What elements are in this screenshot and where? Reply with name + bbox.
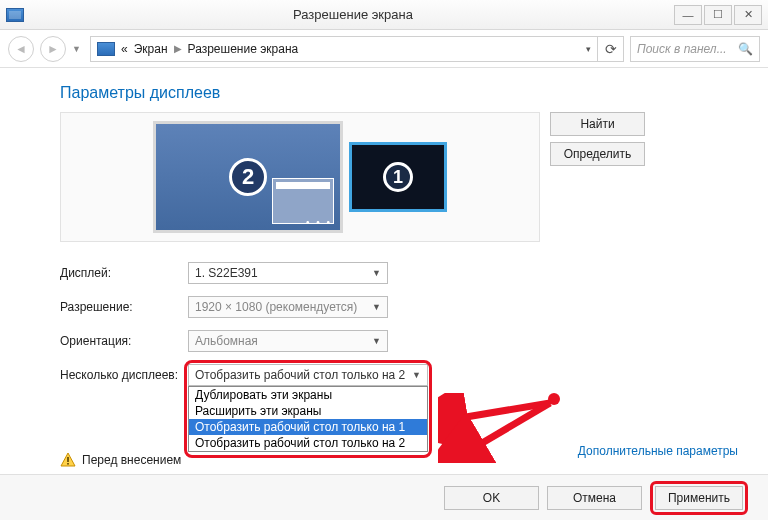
close-button[interactable]: ✕: [734, 5, 762, 25]
breadcrumb-chevrons: «: [121, 42, 128, 56]
side-buttons: Найти Определить: [550, 112, 645, 166]
resolution-label: Разрешение:: [60, 300, 188, 314]
warning-text: Перед внесением: [82, 453, 181, 467]
back-button[interactable]: ◄: [8, 36, 34, 62]
minimize-button[interactable]: —: [674, 5, 702, 25]
svg-rect-2: [67, 463, 69, 465]
chevron-down-icon: ▼: [372, 268, 381, 278]
monitor-1[interactable]: 1: [349, 142, 447, 212]
refresh-button[interactable]: ⟳: [598, 36, 624, 62]
monitor-2[interactable]: 2 • • •: [153, 121, 343, 233]
resolution-value: 1920 × 1080 (рекомендуется): [195, 300, 357, 314]
settings-form: Дисплей: 1. S22E391 ▼ Разрешение: 1920 ×…: [60, 256, 748, 392]
multiple-displays-wrap: Отобразить рабочий стол только на 2 ▼ Ду…: [188, 364, 428, 386]
monitor-canvas[interactable]: 2 • • • 1: [60, 112, 540, 242]
chevron-down-icon: ▼: [372, 336, 381, 346]
monitor-2-dots: • • •: [306, 217, 332, 228]
history-dropdown-icon[interactable]: ▼: [72, 44, 84, 54]
titlebar: Разрешение экрана — ☐ ✕: [0, 0, 768, 30]
svg-rect-1: [67, 457, 69, 462]
monitor-icon: [97, 42, 115, 56]
search-input[interactable]: Поиск в панел... 🔍: [630, 36, 760, 62]
forward-button[interactable]: ►: [40, 36, 66, 62]
window-title: Разрешение экрана: [32, 7, 674, 22]
breadcrumb-item[interactable]: Экран: [134, 42, 168, 56]
dropdown-option[interactable]: Расширить эти экраны: [189, 403, 427, 419]
chevron-down-icon: ▼: [372, 302, 381, 312]
page-title: Параметры дисплеев: [60, 84, 748, 102]
row-resolution: Разрешение: 1920 × 1080 (рекомендуется) …: [60, 290, 748, 324]
display-select[interactable]: 1. S22E391 ▼: [188, 262, 388, 284]
row-orientation: Ориентация: Альбомная ▼: [60, 324, 748, 358]
dropdown-option[interactable]: Дублировать эти экраны: [189, 387, 427, 403]
footer: OK Отмена Применить: [0, 474, 768, 520]
search-placeholder: Поиск в панел...: [637, 42, 727, 56]
display-icon: [6, 8, 24, 22]
chevron-right-icon: ▶: [174, 43, 182, 54]
monitor-2-badge: 2: [229, 158, 267, 196]
window-controls: — ☐ ✕: [674, 5, 762, 25]
dropdown-option[interactable]: Отобразить рабочий стол только на 1: [189, 419, 427, 435]
content: Параметры дисплеев 2 • • • 1 Найти Опред…: [0, 68, 768, 492]
ok-button[interactable]: OK: [444, 486, 539, 510]
cancel-button[interactable]: Отмена: [547, 486, 642, 510]
advanced-settings-link[interactable]: Дополнительные параметры: [578, 444, 738, 458]
multiple-displays-select[interactable]: Отобразить рабочий стол только на 2 ▼: [188, 364, 428, 386]
dropdown-option[interactable]: Отобразить рабочий стол только на 2: [189, 435, 427, 451]
find-button[interactable]: Найти: [550, 112, 645, 136]
apply-button[interactable]: Применить: [655, 486, 743, 510]
monitor-1-badge: 1: [383, 162, 413, 192]
search-icon: 🔍: [738, 42, 753, 56]
orientation-label: Ориентация:: [60, 334, 188, 348]
row-display: Дисплей: 1. S22E391 ▼: [60, 256, 748, 290]
annotation-highlight-apply: Применить: [650, 481, 748, 515]
multiple-displays-label: Несколько дисплеев:: [60, 368, 188, 382]
maximize-button[interactable]: ☐: [704, 5, 732, 25]
orientation-value: Альбомная: [195, 334, 258, 348]
breadcrumb-dropdown-icon[interactable]: ▾: [586, 44, 591, 54]
multiple-displays-value: Отобразить рабочий стол только на 2: [195, 368, 405, 382]
navbar: ◄ ► ▼ « Экран ▶ Разрешение экрана ▾ ⟳ По…: [0, 30, 768, 68]
monitor-preview-area: 2 • • • 1 Найти Определить: [60, 112, 748, 242]
chevron-down-icon: ▼: [412, 370, 421, 380]
resolution-select[interactable]: 1920 × 1080 (рекомендуется) ▼: [188, 296, 388, 318]
display-value: 1. S22E391: [195, 266, 258, 280]
breadcrumb-item[interactable]: Разрешение экрана: [188, 42, 299, 56]
display-label: Дисплей:: [60, 266, 188, 280]
warning-icon: [60, 452, 76, 468]
multiple-displays-dropdown[interactable]: Дублировать эти экраныРасширить эти экра…: [188, 386, 428, 452]
row-multiple-displays: Несколько дисплеев: Отобразить рабочий с…: [60, 358, 748, 392]
orientation-select[interactable]: Альбомная ▼: [188, 330, 388, 352]
breadcrumb[interactable]: « Экран ▶ Разрешение экрана ▾: [90, 36, 598, 62]
identify-button[interactable]: Определить: [550, 142, 645, 166]
